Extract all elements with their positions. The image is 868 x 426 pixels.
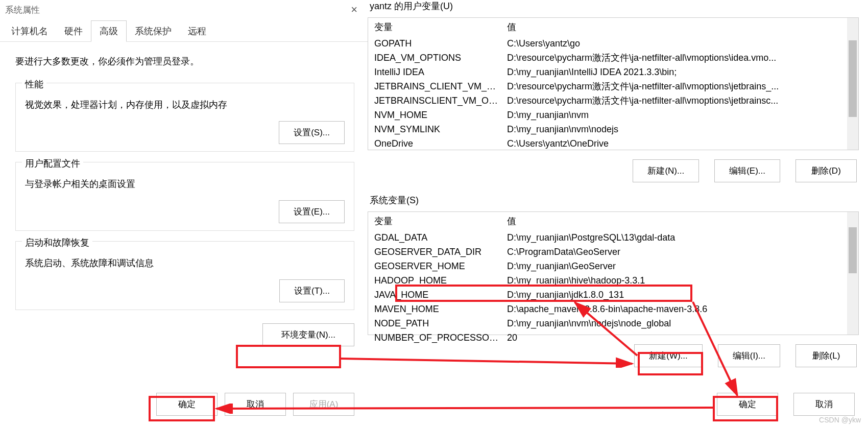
list-header: 变量 值: [368, 212, 858, 230]
scrollbar[interactable]: [847, 212, 858, 335]
table-row[interactable]: IntelliJ IDEAD:\my_ruanjian\IntelliJ IDE…: [368, 65, 858, 79]
table-row[interactable]: JAVA_HOMED:\my_ruanjian\jdk1.8.0_131: [368, 288, 858, 302]
section-desc: 与登录帐户相关的桌面设置: [25, 178, 345, 190]
var-value: D:\my_ruanjian\jdk1.8.0_131: [507, 288, 852, 301]
var-value: D:\my_ruanjian\IntelliJ IDEA 2021.3.3\bi…: [507, 65, 852, 79]
system-properties-dialog: 系统属性 × 计算机名 硬件 高级 系统保护 远程 要进行大多数更改，你必须作为…: [0, 0, 368, 426]
var-name: GOPATH: [374, 37, 507, 50]
var-value: D:\my_ruanjian\hive\hadoop-3.3.1: [507, 274, 852, 287]
table-row[interactable]: JETBRAINS_CLIENT_VM_OPT...D:\resource\py…: [368, 79, 858, 93]
var-value: D:\my_ruanjian\PostgreSQL\13\gdal-data: [507, 231, 852, 244]
ok-button[interactable]: 确定: [156, 393, 218, 416]
table-row[interactable]: GDAL_DATAD:\my_ruanjian\PostgreSQL\13\gd…: [368, 230, 858, 245]
sys-vars-list[interactable]: 变量 值 GDAL_DATAD:\my_ruanjian\PostgreSQL\…: [368, 211, 859, 335]
section-title: 性能: [22, 78, 46, 90]
var-value: 20: [507, 331, 852, 344]
table-row[interactable]: GEOSERVER_DATA_DIRC:\ProgramData\GeoServ…: [368, 245, 858, 259]
apply-button: 应用(A): [293, 393, 354, 416]
table-row[interactable]: GOPATHC:\Users\yantz\go: [368, 36, 858, 51]
tab-system-protection[interactable]: 系统保护: [127, 21, 180, 41]
dialog-title: 系统属性: [5, 4, 40, 16]
table-row[interactable]: JETBRAINSCLIENT_VM_OPTI...D:\resource\py…: [368, 93, 858, 108]
scrollbar[interactable]: [847, 18, 858, 150]
performance-section: 性能 视觉效果，处理器计划，内存使用，以及虚拟内存 设置(S)...: [15, 83, 354, 152]
table-row[interactable]: OneDriveC:\Users\yantz\OneDrive: [368, 136, 858, 151]
var-name: IntelliJ IDEA: [374, 65, 507, 79]
table-row[interactable]: MAVEN_HOMED:\apache_maven-3.8.6-bin\apac…: [368, 302, 858, 316]
sys-vars-label: 系统变量(S): [368, 194, 859, 211]
user-vars-label: yantz 的用户变量(U): [368, 0, 859, 17]
section-desc: 视觉效果，处理器计划，内存使用，以及虚拟内存: [25, 99, 345, 111]
ok-button[interactable]: 确定: [717, 393, 778, 416]
tab-computer-name[interactable]: 计算机名: [3, 21, 56, 41]
var-value: C:\Users\yantz\OneDrive: [507, 137, 852, 150]
sys-edit-button[interactable]: 编辑(I)...: [718, 344, 780, 367]
var-value: D:\my_ruanjian\GeoServer: [507, 259, 852, 273]
table-row[interactable]: NUMBER_OF_PROCESSORS20: [368, 330, 858, 345]
var-name: GDAL_DATA: [374, 231, 507, 244]
section-title: 启动和故障恢复: [22, 236, 92, 249]
var-value: D:\resource\pycharm激活文件\ja-netfilter-all…: [507, 51, 852, 64]
cancel-button[interactable]: 取消: [793, 393, 855, 416]
var-name: JETBRAINS_CLIENT_VM_OPT...: [374, 80, 507, 93]
section-title: 用户配置文件: [22, 157, 83, 170]
sys-new-button[interactable]: 新建(W)...: [634, 344, 703, 367]
close-icon[interactable]: ×: [346, 3, 363, 16]
var-name: NVM_HOME: [374, 108, 507, 122]
var-name: HADOOP_HOME: [374, 274, 507, 287]
user-delete-button[interactable]: 删除(D): [795, 159, 857, 182]
table-row[interactable]: IDEA_VM_OPTIONSD:\resource\pycharm激活文件\j…: [368, 51, 858, 65]
startup-recovery-section: 启动和故障恢复 系统启动、系统故障和调试信息 设置(T)...: [15, 241, 354, 310]
var-value: C:\ProgramData\GeoServer: [507, 245, 852, 258]
var-name: NVM_SYMLINK: [374, 123, 507, 136]
tab-advanced[interactable]: 高级: [91, 20, 127, 42]
table-row[interactable]: GEOSERVER_HOMED:\my_ruanjian\GeoServer: [368, 259, 858, 273]
tab-hardware[interactable]: 硬件: [56, 21, 91, 41]
admin-instruction: 要进行大多数更改，你必须作为管理员登录。: [15, 55, 354, 67]
user-profile-section: 用户配置文件 与登录帐户相关的桌面设置 设置(E)...: [15, 162, 354, 231]
var-value: D:\my_ruanjian\nvm\nodejs\node_global: [507, 317, 852, 330]
table-row[interactable]: NVM_SYMLINKD:\my_ruanjian\nvm\nodejs: [368, 122, 858, 136]
var-value: D:\resource\pycharm激活文件\ja-netfilter-all…: [507, 80, 852, 93]
var-value: D:\my_ruanjian\nvm: [507, 108, 852, 122]
var-name: MAVEN_HOME: [374, 302, 507, 316]
dialog-buttons: 确定 取消: [717, 393, 855, 416]
user-new-button[interactable]: 新建(N)...: [633, 159, 699, 182]
environment-variables-button[interactable]: 环境变量(N)...: [262, 323, 354, 346]
table-row[interactable]: NVM_HOMED:\my_ruanjian\nvm: [368, 108, 858, 122]
performance-settings-button[interactable]: 设置(S)...: [279, 121, 345, 144]
tabs: 计算机名 硬件 高级 系统保护 远程: [0, 19, 368, 42]
user-edit-button[interactable]: 编辑(E)...: [714, 159, 780, 182]
sys-delete-button[interactable]: 删除(L): [795, 344, 857, 367]
var-name: JETBRAINSCLIENT_VM_OPTI...: [374, 94, 507, 107]
var-name: GEOSERVER_HOME: [374, 259, 507, 273]
var-name: JAVA_HOME: [374, 288, 507, 301]
table-row[interactable]: HADOOP_HOMED:\my_ruanjian\hive\hadoop-3.…: [368, 273, 858, 288]
tab-remote[interactable]: 远程: [180, 21, 214, 41]
var-value: D:\apache_maven-3.8.6-bin\apache-maven-3…: [507, 302, 852, 316]
watermark: CSDN @ykw: [819, 416, 861, 424]
advanced-content: 要进行大多数更改，你必须作为管理员登录。 性能 视觉效果，处理器计划，内存使用，…: [0, 42, 368, 325]
var-name: OneDrive: [374, 137, 507, 150]
header-value[interactable]: 值: [507, 215, 852, 227]
titlebar: 系统属性 ×: [0, 0, 368, 19]
list-header: 变量 值: [368, 18, 858, 36]
var-name: IDEA_VM_OPTIONS: [374, 51, 507, 64]
header-value[interactable]: 值: [507, 21, 852, 33]
section-desc: 系统启动、系统故障和调试信息: [25, 257, 345, 269]
var-name: GEOSERVER_DATA_DIR: [374, 245, 507, 258]
user-variables-group: yantz 的用户变量(U) 变量 值 GOPATHC:\Users\yantz…: [368, 0, 859, 182]
table-row[interactable]: NODE_PATHD:\my_ruanjian\nvm\nodejs\node_…: [368, 316, 858, 330]
cancel-button[interactable]: 取消: [225, 393, 286, 416]
system-variables-group: 系统变量(S) 变量 值 GDAL_DATAD:\my_ruanjian\Pos…: [368, 194, 859, 367]
user-vars-list[interactable]: 变量 值 GOPATHC:\Users\yantz\goIDEA_VM_OPTI…: [368, 17, 859, 150]
header-variable[interactable]: 变量: [374, 21, 507, 33]
var-value: D:\my_ruanjian\nvm\nodejs: [507, 123, 852, 136]
var-name: NODE_PATH: [374, 317, 507, 330]
var-name: NUMBER_OF_PROCESSORS: [374, 331, 507, 344]
environment-variables-dialog: yantz 的用户变量(U) 变量 值 GOPATHC:\Users\yantz…: [368, 0, 868, 426]
var-value: D:\resource\pycharm激活文件\ja-netfilter-all…: [507, 94, 852, 107]
user-profile-settings-button[interactable]: 设置(E)...: [279, 200, 345, 223]
startup-recovery-settings-button[interactable]: 设置(T)...: [279, 279, 345, 302]
header-variable[interactable]: 变量: [374, 215, 507, 227]
